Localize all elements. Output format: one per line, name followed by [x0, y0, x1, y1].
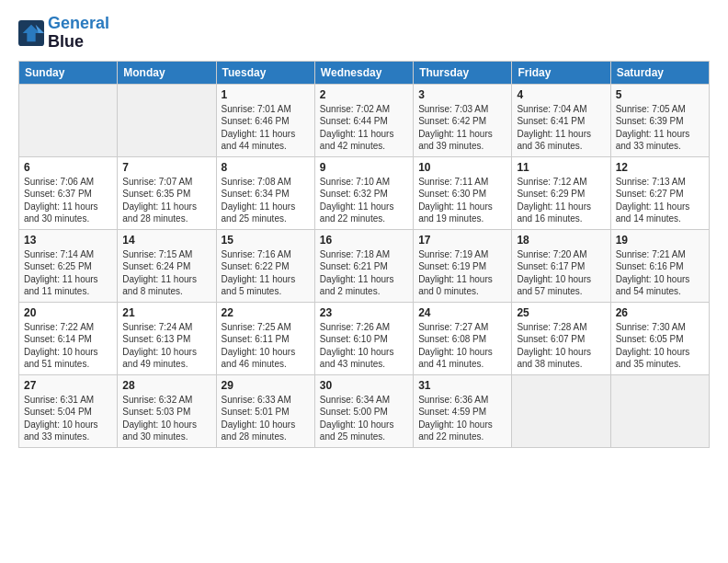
calendar-cell: 3Sunrise: 7:03 AM Sunset: 6:42 PM Daylig… — [414, 84, 512, 156]
calendar-cell: 8Sunrise: 7:08 AM Sunset: 6:34 PM Daylig… — [216, 156, 314, 229]
calendar-cell: 1Sunrise: 7:01 AM Sunset: 6:46 PM Daylig… — [216, 84, 314, 156]
day-number: 18 — [517, 234, 605, 247]
day-info: Sunrise: 6:31 AM Sunset: 5:04 PM Dayligh… — [24, 394, 112, 443]
day-number: 26 — [616, 306, 704, 319]
calendar-cell: 18Sunrise: 7:20 AM Sunset: 6:17 PM Dayli… — [512, 229, 610, 302]
day-info: Sunrise: 6:36 AM Sunset: 4:59 PM Dayligh… — [418, 394, 506, 443]
calendar-cell: 30Sunrise: 6:34 AM Sunset: 5:00 PM Dayli… — [314, 374, 413, 447]
weekday-header-monday: Monday — [118, 61, 216, 84]
day-info: Sunrise: 7:10 AM Sunset: 6:32 PM Dayligh… — [320, 176, 408, 225]
day-info: Sunrise: 6:32 AM Sunset: 5:03 PM Dayligh… — [122, 394, 210, 443]
day-number: 10 — [418, 161, 506, 174]
day-info: Sunrise: 7:01 AM Sunset: 6:46 PM Dayligh… — [222, 103, 310, 153]
calendar-cell — [118, 84, 216, 156]
calendar-cell: 7Sunrise: 7:07 AM Sunset: 6:35 PM Daylig… — [118, 156, 216, 229]
day-info: Sunrise: 7:28 AM Sunset: 6:07 PM Dayligh… — [517, 321, 605, 371]
day-number: 29 — [222, 379, 310, 392]
calendar-cell: 16Sunrise: 7:18 AM Sunset: 6:21 PM Dayli… — [314, 229, 413, 302]
day-info: Sunrise: 7:18 AM Sunset: 6:21 PM Dayligh… — [320, 248, 408, 298]
calendar-cell: 31Sunrise: 6:36 AM Sunset: 4:59 PM Dayli… — [414, 374, 512, 447]
calendar-cell: 24Sunrise: 7:27 AM Sunset: 6:08 PM Dayli… — [414, 302, 512, 374]
calendar-cell — [19, 84, 118, 156]
day-number: 4 — [517, 88, 605, 101]
calendar-cell: 11Sunrise: 7:12 AM Sunset: 6:29 PM Dayli… — [512, 156, 610, 229]
day-number: 16 — [320, 234, 408, 247]
day-info: Sunrise: 7:06 AM Sunset: 6:37 PM Dayligh… — [24, 176, 112, 225]
calendar-cell: 9Sunrise: 7:10 AM Sunset: 6:32 PM Daylig… — [314, 156, 413, 229]
header-area: General Blue — [18, 15, 710, 52]
day-number: 12 — [616, 161, 704, 174]
day-info: Sunrise: 7:24 AM Sunset: 6:13 PM Dayligh… — [122, 321, 210, 371]
calendar-cell: 17Sunrise: 7:19 AM Sunset: 6:19 PM Dayli… — [414, 229, 512, 302]
logo-icon — [18, 20, 44, 46]
day-info: Sunrise: 7:15 AM Sunset: 6:24 PM Dayligh… — [122, 248, 210, 298]
calendar-cell: 6Sunrise: 7:06 AM Sunset: 6:37 PM Daylig… — [19, 156, 118, 229]
day-info: Sunrise: 7:14 AM Sunset: 6:25 PM Dayligh… — [24, 248, 112, 298]
day-number: 24 — [418, 306, 506, 319]
week-row-3: 13Sunrise: 7:14 AM Sunset: 6:25 PM Dayli… — [19, 229, 710, 302]
day-info: Sunrise: 7:30 AM Sunset: 6:05 PM Dayligh… — [616, 321, 704, 371]
day-number: 28 — [122, 379, 210, 392]
day-number: 15 — [222, 234, 310, 247]
calendar-cell: 14Sunrise: 7:15 AM Sunset: 6:24 PM Dayli… — [118, 229, 216, 302]
weekday-header-wednesday: Wednesday — [314, 61, 413, 84]
calendar-cell — [512, 374, 610, 447]
calendar-table: SundayMondayTuesdayWednesdayThursdayFrid… — [18, 61, 710, 448]
day-info: Sunrise: 7:27 AM Sunset: 6:08 PM Dayligh… — [418, 321, 506, 371]
weekday-header-row: SundayMondayTuesdayWednesdayThursdayFrid… — [19, 61, 710, 84]
day-number: 2 — [320, 88, 408, 101]
day-number: 17 — [418, 234, 506, 247]
day-number: 27 — [24, 379, 112, 392]
calendar-cell: 2Sunrise: 7:02 AM Sunset: 6:44 PM Daylig… — [314, 84, 413, 156]
week-row-4: 20Sunrise: 7:22 AM Sunset: 6:14 PM Dayli… — [19, 302, 710, 374]
day-number: 13 — [24, 234, 112, 247]
weekday-header-tuesday: Tuesday — [216, 61, 314, 84]
day-number: 3 — [418, 88, 506, 101]
day-number: 30 — [320, 379, 408, 392]
day-info: Sunrise: 6:34 AM Sunset: 5:00 PM Dayligh… — [320, 394, 408, 443]
day-info: Sunrise: 7:08 AM Sunset: 6:34 PM Dayligh… — [222, 176, 310, 225]
day-number: 25 — [517, 306, 605, 319]
day-info: Sunrise: 7:21 AM Sunset: 6:16 PM Dayligh… — [616, 248, 704, 298]
calendar-page: General Blue SundayMondayTuesdayWednesda… — [0, 0, 728, 457]
day-info: Sunrise: 7:19 AM Sunset: 6:19 PM Dayligh… — [418, 248, 506, 298]
day-info: Sunrise: 7:13 AM Sunset: 6:27 PM Dayligh… — [616, 176, 704, 225]
day-info: Sunrise: 7:11 AM Sunset: 6:30 PM Dayligh… — [418, 176, 506, 225]
calendar-cell: 19Sunrise: 7:21 AM Sunset: 6:16 PM Dayli… — [610, 229, 709, 302]
calendar-cell: 25Sunrise: 7:28 AM Sunset: 6:07 PM Dayli… — [512, 302, 610, 374]
day-info: Sunrise: 7:26 AM Sunset: 6:10 PM Dayligh… — [320, 321, 408, 371]
weekday-header-friday: Friday — [512, 61, 610, 84]
day-number: 7 — [122, 161, 210, 174]
week-row-1: 1Sunrise: 7:01 AM Sunset: 6:46 PM Daylig… — [19, 84, 710, 156]
day-info: Sunrise: 7:07 AM Sunset: 6:35 PM Dayligh… — [122, 176, 210, 225]
calendar-cell: 26Sunrise: 7:30 AM Sunset: 6:05 PM Dayli… — [610, 302, 709, 374]
calendar-cell: 22Sunrise: 7:25 AM Sunset: 6:11 PM Dayli… — [216, 302, 314, 374]
day-number: 19 — [616, 234, 704, 247]
day-number: 14 — [122, 234, 210, 247]
logo: General Blue — [18, 15, 109, 52]
day-info: Sunrise: 7:03 AM Sunset: 6:42 PM Dayligh… — [418, 103, 506, 153]
day-info: Sunrise: 7:20 AM Sunset: 6:17 PM Dayligh… — [517, 248, 605, 298]
day-info: Sunrise: 7:04 AM Sunset: 6:41 PM Dayligh… — [517, 103, 605, 153]
day-info: Sunrise: 7:22 AM Sunset: 6:14 PM Dayligh… — [24, 321, 112, 371]
day-info: Sunrise: 7:12 AM Sunset: 6:29 PM Dayligh… — [517, 176, 605, 225]
calendar-cell: 27Sunrise: 6:31 AM Sunset: 5:04 PM Dayli… — [19, 374, 118, 447]
calendar-cell: 28Sunrise: 6:32 AM Sunset: 5:03 PM Dayli… — [118, 374, 216, 447]
calendar-cell — [610, 374, 709, 447]
calendar-cell: 13Sunrise: 7:14 AM Sunset: 6:25 PM Dayli… — [19, 229, 118, 302]
calendar-cell: 10Sunrise: 7:11 AM Sunset: 6:30 PM Dayli… — [414, 156, 512, 229]
calendar-cell: 4Sunrise: 7:04 AM Sunset: 6:41 PM Daylig… — [512, 84, 610, 156]
day-number: 21 — [122, 306, 210, 319]
week-row-5: 27Sunrise: 6:31 AM Sunset: 5:04 PM Dayli… — [19, 374, 710, 447]
calendar-cell: 12Sunrise: 7:13 AM Sunset: 6:27 PM Dayli… — [610, 156, 709, 229]
weekday-header-thursday: Thursday — [414, 61, 512, 84]
weekday-header-sunday: Sunday — [19, 61, 118, 84]
weekday-header-saturday: Saturday — [610, 61, 709, 84]
day-info: Sunrise: 7:16 AM Sunset: 6:22 PM Dayligh… — [222, 248, 310, 298]
calendar-cell: 23Sunrise: 7:26 AM Sunset: 6:10 PM Dayli… — [314, 302, 413, 374]
day-number: 5 — [616, 88, 704, 101]
day-number: 31 — [418, 379, 506, 392]
calendar-cell: 29Sunrise: 6:33 AM Sunset: 5:01 PM Dayli… — [216, 374, 314, 447]
day-number: 23 — [320, 306, 408, 319]
calendar-cell: 20Sunrise: 7:22 AM Sunset: 6:14 PM Dayli… — [19, 302, 118, 374]
